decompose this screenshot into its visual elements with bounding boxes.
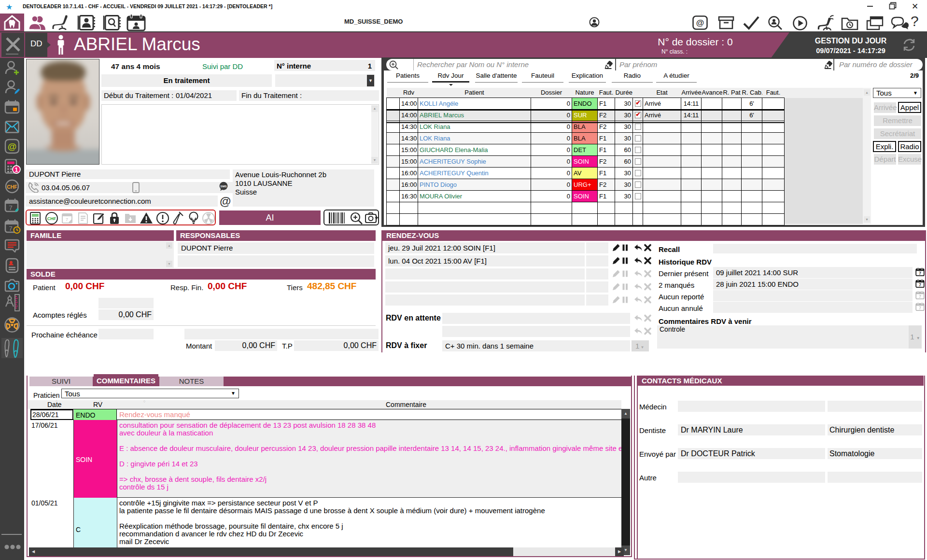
svg-text:7: 7 xyxy=(919,294,921,299)
svg-text:@: @ xyxy=(8,141,17,152)
svg-text:7: 7 xyxy=(919,306,921,310)
svg-text:7: 7 xyxy=(919,282,921,287)
svg-text:CHF: CHF xyxy=(47,216,56,221)
svg-text:1: 1 xyxy=(15,167,18,173)
svg-text:@: @ xyxy=(696,18,704,28)
svg-text:CHF: CHF xyxy=(7,184,17,190)
svg-text:7: 7 xyxy=(66,217,68,222)
svg-text:7: 7 xyxy=(919,271,921,276)
svg-text:SMS: SMS xyxy=(220,184,226,188)
svg-text:7: 7 xyxy=(9,225,12,232)
svg-text:7: 7 xyxy=(9,204,12,211)
